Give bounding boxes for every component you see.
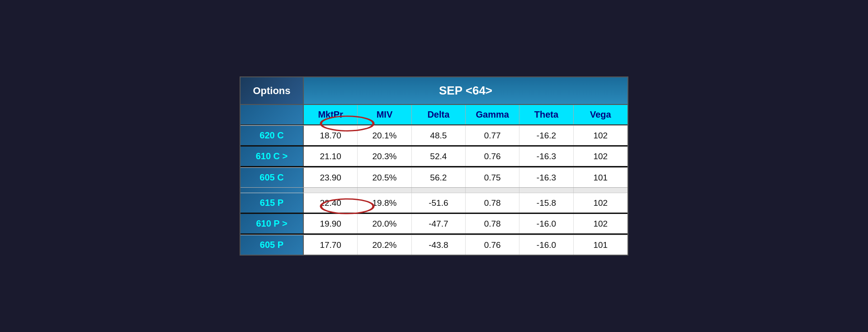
delta-cell: -51.6: [412, 193, 466, 213]
vega-cell: 102: [574, 126, 627, 145]
miv-cell-circled: 20.0%: [358, 214, 411, 233]
miv-cell: 19.8%: [358, 193, 411, 213]
col-header-gamma: Gamma: [466, 105, 519, 124]
option-label[interactable]: 620 C: [241, 126, 304, 145]
col-header-miv: MIV: [358, 105, 411, 124]
options-table-wrapper: Options SEP <64> MktPr MIV Delta Gamma T…: [240, 76, 628, 256]
vega-cell: 101: [574, 168, 627, 187]
gap-cell: [304, 188, 358, 193]
col-header-vega: Vega: [574, 105, 627, 124]
vega-cell: 102: [574, 214, 627, 233]
gamma-cell: 0.78: [466, 214, 519, 233]
option-label[interactable]: 615 P: [241, 193, 304, 213]
gap-option-col: [241, 188, 304, 193]
col-header-mktpr: MktPr: [304, 105, 358, 124]
delta-cell: 52.4: [412, 147, 466, 166]
table-row: 615 P 22.40 19.8% -51.6 0.78 -15.8 102: [241, 193, 627, 213]
gap-cell: [466, 188, 519, 193]
theta-cell: -16.0: [519, 235, 573, 255]
theta-cell: -16.3: [519, 147, 573, 166]
delta-cell: -47.7: [412, 214, 466, 233]
mktpr-cell: 23.90: [304, 168, 358, 187]
col-header-option-blank: [241, 105, 304, 124]
gamma-cell: 0.77: [466, 126, 519, 145]
theta-cell: -16.2: [519, 126, 573, 145]
gap-cell: [519, 188, 573, 193]
option-label[interactable]: 610 P >: [241, 214, 304, 233]
mktpr-cell: 21.10: [304, 147, 358, 166]
mktpr-cell: 22.40: [304, 193, 358, 213]
gamma-cell: 0.78: [466, 193, 519, 213]
delta-cell: 48.5: [412, 126, 466, 145]
section-divider: [241, 187, 627, 193]
miv-cell: 20.2%: [358, 235, 411, 255]
gamma-cell: 0.76: [466, 147, 519, 166]
theta-cell: -15.8: [519, 193, 573, 213]
theta-cell: -16.3: [519, 168, 573, 187]
option-label[interactable]: 605 C: [241, 168, 304, 187]
miv-cell: 20.5%: [358, 168, 411, 187]
delta-cell: 56.2: [412, 168, 466, 187]
options-table: Options SEP <64> MktPr MIV Delta Gamma T…: [240, 76, 628, 256]
mktpr-cell: 19.90: [304, 214, 358, 233]
options-label: Options: [241, 77, 304, 104]
delta-cell: -43.8: [412, 235, 466, 255]
mktpr-cell: 18.70: [304, 126, 358, 145]
gap-cell: [358, 188, 411, 193]
col-header-theta: Theta: [519, 105, 573, 124]
table-row: 620 C 18.70 20.1% 48.5 0.77 -16.2 102: [241, 125, 627, 145]
mktpr-cell: 17.70: [304, 235, 358, 255]
gamma-cell: 0.76: [466, 235, 519, 255]
miv-cell-circled: 20.3%: [358, 147, 411, 166]
gap-cell: [412, 188, 466, 193]
vega-cell: 102: [574, 193, 627, 213]
table-row-highlighted: 610 P > 19.90 20.0% -47.7 0.78 -16.0 102: [241, 213, 627, 235]
table-row: 605 P 17.70 20.2% -43.8 0.76 -16.0 101: [241, 235, 627, 255]
theta-cell: -16.0: [519, 214, 573, 233]
gamma-cell: 0.75: [466, 168, 519, 187]
header-row: Options SEP <64>: [241, 77, 627, 104]
miv-cell: 20.1%: [358, 126, 411, 145]
vega-cell: 102: [574, 147, 627, 166]
sep-header: SEP <64>: [304, 77, 627, 104]
option-label[interactable]: 610 C >: [241, 147, 304, 166]
gap-cell: [574, 188, 627, 193]
column-headers-row: MktPr MIV Delta Gamma Theta Vega: [241, 104, 627, 125]
table-row-highlighted: 610 C > 21.10 20.3% 52.4 0.76 -16.3 102: [241, 145, 627, 167]
table-row: 605 C 23.90 20.5% 56.2 0.75 -16.3 101: [241, 167, 627, 187]
col-header-delta: Delta: [412, 105, 466, 124]
option-label[interactable]: 605 P: [241, 235, 304, 255]
vega-cell: 101: [574, 235, 627, 255]
